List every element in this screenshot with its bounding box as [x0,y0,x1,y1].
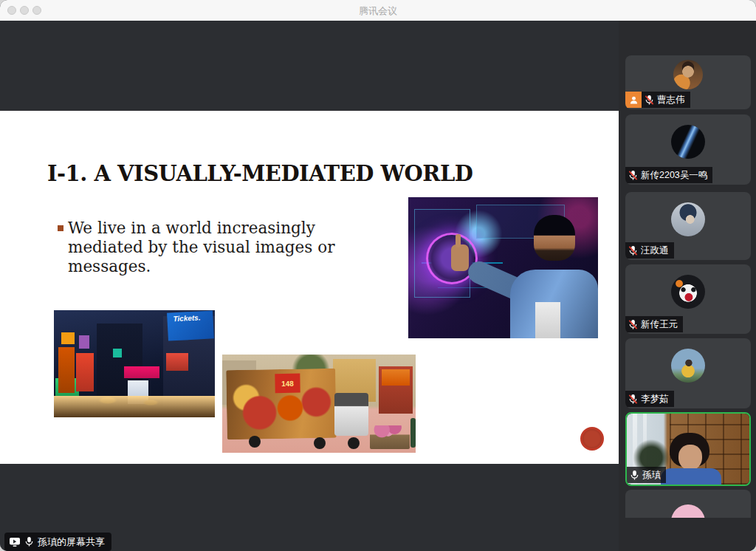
slide-title: I-1. A VISUALLY-MEDIATED WORLD [47,161,472,186]
presentation-slide: I-1. A VISUALLY-MEDIATED WORLD We live i… [0,111,619,464]
times-square-night-photo: Tickets. [54,310,215,417]
pointing-finger [456,234,461,247]
bullet-square-icon [58,225,63,231]
avatar [673,60,703,89]
street-post [410,418,416,448]
mic-on-icon [24,536,34,547]
participant-name-badge: 孫瑱 [627,467,666,483]
participant-name: 汪政通 [641,244,669,257]
truck-price-label: 148 [275,374,300,394]
participant-tile[interactable]: 李梦茹 [625,338,751,408]
active-speaker-tile[interactable]: 孫瑱 [625,412,751,486]
truck-wheel [348,437,360,449]
avatar [671,504,705,518]
participant-name-badge: 新传王元 [625,316,683,332]
participant-name-badge: 汪政通 [625,242,674,259]
participant-tile[interactable]: 曹志伟 [625,55,751,109]
participant-name-badge: 李梦茹 [625,391,674,407]
participant-name: 李梦茹 [641,393,669,405]
content-area: I-1. A VISUALLY-MEDIATED WORLD We live i… [0,21,756,551]
participant-name: 曹志伟 [657,94,685,106]
participant-tile[interactable]: 新传王元 [625,264,751,334]
person-shirt [661,468,721,485]
mic-muted-icon [628,170,638,181]
flower-planter [370,425,410,449]
meeting-window: 腾讯会议 I-1. A VISUALLY-MEDIATED WORLD We l… [0,0,756,551]
truck-wheel [249,436,261,448]
participant-name: 新传2203吴一鸣 [641,169,707,182]
truck-ad-box: 148 [226,369,337,440]
slide-bullet-text: We live in a world increasingly mediated… [68,219,347,277]
participant-name: 新传王元 [641,318,678,331]
truck-wheel [314,437,326,449]
avatar [671,202,705,236]
mic-muted-icon [628,245,638,256]
tickets-billboard: Tickets. [167,310,214,340]
screen-share-badge: 孫瑱的屏幕共享 [4,533,111,551]
mic-on-icon [630,470,639,481]
red-seal-stamp [580,427,604,451]
window-title: 腾讯会议 [0,4,756,18]
participant-tile[interactable]: 新传2203吴一鸣 [625,114,751,185]
participant-name-badge: 新传2203吴一鸣 [625,167,712,183]
host-icon [625,92,642,108]
vr-headset-man-photo [408,197,598,338]
participants-panel[interactable]: 曹志伟 新传2203吴一鸣 [619,21,756,551]
mic-muted-icon [628,319,638,330]
man-head-vr-headset [534,215,575,261]
avatar [671,125,705,159]
mic-muted-icon [628,394,638,405]
avatar [671,349,705,383]
titlebar: 腾讯会议 [0,0,756,21]
participant-name: 孫瑱 [642,469,661,482]
participant-tile-partial[interactable] [625,490,751,518]
advertising-truck-photo: 148 [222,355,416,453]
man-torso-denim [510,270,598,338]
shared-screen-area: I-1. A VISUALLY-MEDIATED WORLD We live i… [0,21,619,551]
mic-muted-icon [645,95,654,106]
participant-list: 曹志伟 新传2203吴一鸣 [625,55,751,518]
participant-tile[interactable]: 汪政通 [625,192,751,260]
participant-name-badge: 曹志伟 [625,92,690,108]
person-face [678,445,702,470]
truck-cab [334,393,368,436]
screen-share-icon [9,537,21,547]
slide-bullet-item: We live in a world increasingly mediated… [58,219,347,277]
avatar [671,275,705,309]
screen-share-label: 孫瑱的屏幕共享 [38,535,105,549]
man-hand [451,244,469,271]
